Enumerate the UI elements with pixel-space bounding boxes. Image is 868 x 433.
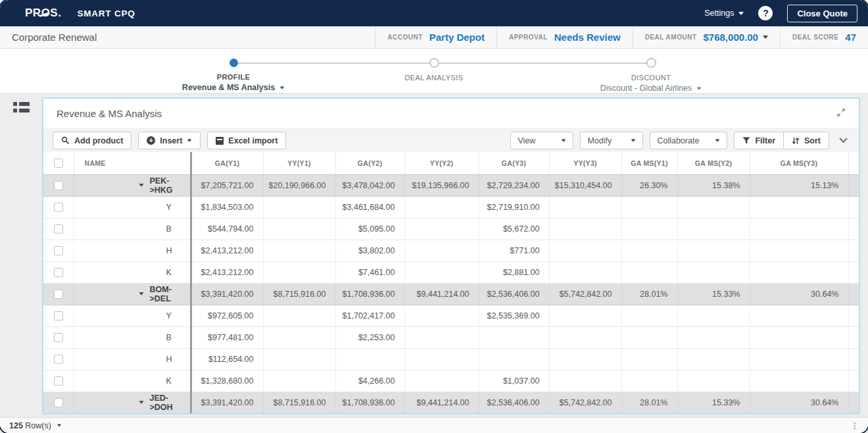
column-header[interactable]: GA MS(Y1) [621, 152, 677, 174]
row-checkbox[interactable] [54, 268, 63, 277]
value-cell [750, 348, 848, 370]
row-checkbox[interactable] [54, 355, 63, 364]
value-cell [263, 370, 335, 392]
select-all-checkbox[interactable] [54, 159, 63, 168]
value-cell [263, 326, 335, 348]
approval-value[interactable]: Needs Review [554, 32, 621, 43]
value-cell [621, 196, 677, 218]
value-cell [404, 196, 479, 218]
close-quote-button[interactable]: Close Quote [787, 5, 857, 22]
toolbar-collapse-button[interactable] [837, 136, 850, 145]
collapse-group-icon[interactable] [139, 401, 143, 404]
row-checkbox[interactable] [54, 311, 63, 320]
row-checkbox[interactable] [54, 224, 63, 234]
value-cell: $2,413,212.00 [191, 261, 263, 283]
search-icon [61, 136, 70, 145]
value-cell [549, 370, 621, 392]
chevron-down-icon [763, 36, 768, 39]
product-name-cell: B [74, 333, 190, 342]
step-discount-sublabel[interactable]: Discount - Global Airlines [566, 84, 736, 93]
value-cell: $1,834,503.00 [191, 196, 263, 218]
product-name: SMART CPQ [77, 9, 135, 18]
value-cell: 30.64% [750, 392, 848, 413]
modify-dropdown[interactable]: Modify [580, 132, 643, 149]
value-cell [677, 326, 750, 348]
value-cell [677, 218, 750, 240]
value-cell [263, 240, 335, 261]
sort-button[interactable]: Sort [784, 132, 829, 149]
value-cell: $9,441,214.00 [404, 283, 479, 305]
table-header-row: NAMEGA(Y1)YY(Y1)GA(Y2)YY(Y2)GA(Y3)YY(Y3)… [43, 152, 859, 174]
step-profile-sublabel[interactable]: Revenue & MS Analysis [148, 83, 319, 92]
filter-button[interactable]: Filter [734, 132, 784, 149]
overflow-menu-icon[interactable]: ⋮ [851, 421, 859, 430]
value-cell: $112,654.00 [191, 348, 263, 370]
column-header[interactable]: R [848, 152, 859, 174]
chevron-down-icon [631, 139, 636, 141]
rows-label: Row(s) [25, 421, 51, 430]
row-checkbox[interactable] [54, 376, 63, 386]
excel-import-button[interactable]: Excel import [207, 132, 286, 149]
row-count-control[interactable]: 125 Row(s) [9, 421, 62, 430]
value-cell: $2,536,406.00 [479, 283, 549, 305]
value-cell [848, 240, 859, 261]
column-header[interactable]: GA(Y3) [479, 152, 549, 174]
row-checkbox[interactable] [54, 246, 63, 255]
column-header[interactable]: GA MS(Y2) [677, 152, 750, 174]
insert-button[interactable]: + Insert [138, 132, 201, 149]
column-header[interactable]: YY(Y3) [549, 152, 621, 174]
row-checkbox[interactable] [54, 181, 63, 190]
value-cell: $2,253.00 [335, 326, 404, 348]
row-checkbox[interactable] [54, 290, 63, 299]
column-header[interactable]: GA(Y1) [191, 152, 263, 174]
value-cell: 15.33% [677, 392, 750, 413]
value-cell: $977,481.00 [191, 326, 263, 348]
value-cell: $4,266.00 [335, 370, 404, 392]
quote-title: Corporate Renewal [0, 26, 375, 48]
expand-panel-button[interactable] [835, 107, 847, 120]
value-cell: $9,441,214.00 [404, 392, 479, 413]
column-header[interactable]: GA MS(Y3) [750, 152, 848, 174]
row-checkbox[interactable] [54, 203, 63, 212]
chevron-down-icon [280, 86, 285, 89]
column-header[interactable]: GA(Y2) [335, 152, 404, 174]
view-dropdown[interactable]: View [510, 132, 573, 149]
value-cell [848, 370, 859, 392]
step-profile[interactable]: PROFILE Revenue & MS Analysis [148, 59, 319, 92]
workflow-stepper: PROFILE Revenue & MS Analysis DEAL ANALY… [0, 49, 868, 94]
deal-amount-label: DEAL AMOUNT [645, 34, 697, 41]
collaborate-dropdown[interactable]: Collaborate [650, 132, 727, 149]
help-icon[interactable]: ? [758, 6, 773, 20]
value-cell [404, 326, 479, 348]
column-header[interactable]: YY(Y2) [404, 152, 479, 174]
value-cell [848, 196, 859, 218]
main-content: Revenue & MS Analysis Add product + Inse… [0, 94, 868, 417]
value-cell [549, 261, 621, 283]
collapse-group-icon[interactable] [139, 292, 143, 295]
value-cell [549, 218, 621, 240]
step-deal-analysis[interactable]: DEAL ANALYSIS [349, 59, 519, 82]
settings-menu[interactable]: Settings [704, 9, 744, 18]
collapse-group-icon[interactable] [139, 184, 143, 187]
value-cell: $3,391,420.00 [191, 283, 263, 305]
value-cell: $1,708,936.00 [335, 283, 404, 305]
value-cell: $3,461,684.00 [335, 196, 404, 218]
view-list-icon[interactable] [13, 102, 30, 113]
row-checkbox[interactable] [54, 398, 63, 407]
value-cell [750, 196, 848, 218]
add-product-button[interactable]: Add product [53, 132, 132, 149]
value-cell: 26.30% [621, 174, 677, 196]
column-header[interactable]: YY(Y1) [263, 152, 335, 174]
column-header[interactable]: NAME [74, 152, 191, 174]
deal-amount-value[interactable]: $768,000.00 [704, 32, 768, 43]
row-checkbox[interactable] [54, 333, 63, 342]
table-group-row: BOM->DEL$3,391,420.00$8,715,916.00$1,708… [43, 283, 859, 305]
value-cell [335, 348, 404, 370]
value-cell [549, 240, 621, 261]
account-value[interactable]: Party Depot [429, 32, 485, 43]
value-cell: $2,729,234.00 [479, 174, 549, 196]
step-dot-idle [646, 58, 656, 68]
step-discount[interactable]: DISCOUNT Discount - Global Airlines [566, 59, 736, 93]
value-cell [479, 348, 549, 370]
value-cell: $771.00 [479, 240, 549, 261]
